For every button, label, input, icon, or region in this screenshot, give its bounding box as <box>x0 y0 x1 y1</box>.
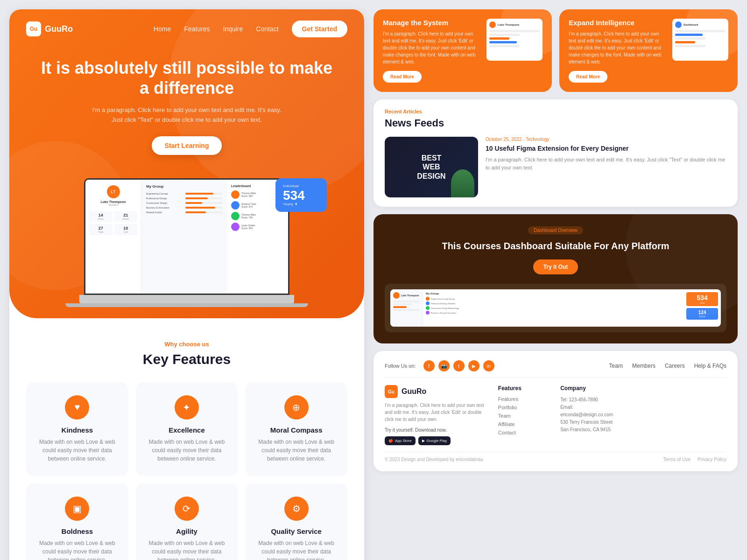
footer-link-help[interactable]: Help & FAQs <box>694 363 726 369</box>
feature-card-quality: ⚙ Quality Service Made with on web Love … <box>245 483 347 560</box>
nav-links: Home Features Inquire Contact <box>154 25 279 33</box>
manage-desc: I'm a paragraph. Click here to add your … <box>383 30 479 65</box>
hero-section: Gu GuuRo Home Features Inquire Contact G… <box>9 9 364 318</box>
footer-affiliate-link[interactable]: Affiliate <box>498 421 549 427</box>
footer-brand-name: GuuRo <box>402 387 426 396</box>
laptop-main-content: My Group Engineering Concept Professiona… <box>141 180 227 294</box>
footer-link-careers[interactable]: Careers <box>665 363 685 369</box>
follow-label: Follow Us on: <box>385 363 416 369</box>
features-eyebrow: Why choose us <box>26 341 347 348</box>
agility-icon: ⟳ <box>175 497 199 521</box>
features-section: Why choose us Key Features ♥ Kindness Ma… <box>9 318 364 560</box>
expand-text: Expand Intelligence I'm a paragraph. Cli… <box>569 19 665 83</box>
footer-contact-info: Tel: 123-456-7890 Email: ericonda@design… <box>560 396 613 434</box>
twitter-icon[interactable]: t <box>453 360 465 371</box>
news-date: October 25, 2022 - Technology <box>486 137 726 142</box>
start-learning-button[interactable]: Start Learning <box>152 136 222 155</box>
dashboard-card: Dashboard Overview This Courses Dashboar… <box>374 214 738 343</box>
footer-try: Try it yourself. Download now. <box>385 427 487 433</box>
user-name: Luke Thompson <box>100 200 126 203</box>
feature-card-boldness: ▣ Boldness Made with on web Love & web c… <box>26 483 128 560</box>
right-panel: Manage the System I'm a paragraph. Click… <box>374 9 738 560</box>
google-play-button[interactable]: ▶ Google Play <box>418 436 451 445</box>
laptop-mockup: LT Luke Thompson Student 14Done 21Active… <box>65 178 308 318</box>
expand-mockup: Dashboard <box>672 19 728 61</box>
kindness-icon: ♥ <box>65 395 89 420</box>
expand-read-more-button[interactable]: Read More <box>569 71 607 83</box>
news-content: BESTWEBDESIGN October 25, 2022 - Technol… <box>385 137 726 197</box>
dbm-sidebar: Luke Thompson <box>390 289 423 327</box>
fc-number: 534 <box>283 189 319 202</box>
quality-icon: ⚙ <box>284 497 309 521</box>
feature-card-agility: ⟳ Agility Made with on web Love & web co… <box>136 483 238 560</box>
footer-logo-icon: Gu <box>385 385 398 398</box>
expand-desc: I'm a paragraph. Click here to add your … <box>569 30 665 65</box>
dashboard-eyebrow: Dashboard Overview <box>528 226 583 234</box>
terms-of-use-link[interactable]: Terms of Use <box>663 457 691 462</box>
footer-contact-link[interactable]: Contact <box>498 430 549 435</box>
dashboard-mockup: Luke Thompson My Group Engineering Conce… <box>385 284 726 332</box>
social-icons: f 📷 t ▶ in <box>423 360 494 371</box>
right-top-cards: Manage the System I'm a paragraph. Click… <box>374 9 738 92</box>
google-icon: ▶ <box>422 439 425 443</box>
expand-title: Expand Intelligence <box>569 19 665 27</box>
nav-inquire[interactable]: Inquire <box>223 25 243 33</box>
app-store-button[interactable]: 🍎 App Store <box>385 436 416 445</box>
footer-top-links: Team Members Careers Help & FAQs <box>609 363 726 369</box>
footer-legal: Terms of Use Privacy Policy <box>657 457 726 462</box>
manage-text: Manage the System I'm a paragraph. Click… <box>383 19 479 83</box>
footer-copyright: © 2023 Design and Developed by ericondab… <box>385 457 483 462</box>
moral-icon: ⊕ <box>284 395 309 420</box>
youtube-icon[interactable]: ▶ <box>468 360 479 371</box>
facebook-icon[interactable]: f <box>423 360 435 371</box>
news-body: I'm a paragraph. Click here to add your … <box>486 156 726 171</box>
manage-title: Manage the System <box>383 19 479 27</box>
footer-features-link[interactable]: Features <box>498 396 549 402</box>
footer-link-team[interactable]: Team <box>609 363 623 369</box>
fc-sub: Yearly ▼ <box>283 202 319 206</box>
news-image-text: BESTWEBDESIGN <box>417 154 445 181</box>
hero-subtitle: I'm a paragraph. Click here to add your … <box>89 105 285 125</box>
footer-team-link[interactable]: Team <box>498 413 549 419</box>
nav-features[interactable]: Features <box>184 25 210 33</box>
manage-card: Manage the System I'm a paragraph. Click… <box>374 9 552 92</box>
laptop-screen: LT Luke Thompson Student 14Done 21Active… <box>84 178 289 295</box>
manage-mockup: Luke Thompson <box>486 19 543 61</box>
boldness-icon: ▣ <box>65 497 89 521</box>
footer-portfolio-link[interactable]: Portfolio <box>498 405 549 410</box>
hero-title: It is absolutely still possible to make … <box>37 58 336 98</box>
news-image: BESTWEBDESIGN <box>385 137 478 197</box>
footer-link-members[interactable]: Members <box>632 363 655 369</box>
manage-read-more-button[interactable]: Read More <box>383 71 422 83</box>
hero-content: It is absolutely still possible to make … <box>9 49 364 155</box>
user-role: Student <box>108 203 118 206</box>
brand-name: GuuRo <box>45 24 73 34</box>
feature-card-kindness: ♥ Kindness Made with on web Love & web c… <box>26 382 128 476</box>
news-card: Recent Articles News Feeds BESTWEBDESIGN… <box>374 99 738 207</box>
footer-bottom: © 2023 Design and Developed by ericondab… <box>385 452 726 462</box>
footer-about: I'm a paragraph. Click here to add your … <box>385 402 487 423</box>
nav-contact[interactable]: Contact <box>256 25 278 33</box>
linkedin-icon[interactable]: in <box>483 360 494 371</box>
stats-floating-card: Individual 534 Yearly ▼ <box>275 178 327 212</box>
footer-logo-section: Gu GuuRo I'm a paragraph. Click here to … <box>385 385 487 445</box>
excellence-icon: ✦ <box>175 395 199 420</box>
news-eyebrow: Recent Articles <box>385 109 726 114</box>
try-it-out-button[interactable]: Try it Out <box>533 259 578 274</box>
nav-home[interactable]: Home <box>154 25 171 33</box>
logo-icon: Gu <box>26 21 41 36</box>
instagram-icon[interactable]: 📷 <box>438 360 450 371</box>
features-title: Key Features <box>26 351 347 367</box>
left-panel: Gu GuuRo Home Features Inquire Contact G… <box>9 9 364 560</box>
user-avatar: LT <box>107 185 120 198</box>
privacy-policy-link[interactable]: Privacy Policy <box>698 457 726 462</box>
app-buttons: 🍎 App Store ▶ Google Play <box>385 436 487 445</box>
nav-cta-button[interactable]: Get Started <box>292 21 347 37</box>
footer-main: Gu GuuRo I'm a paragraph. Click here to … <box>385 385 726 445</box>
feature-card-moral: ⊕ Moral Compass Made with on web Love & … <box>245 382 347 476</box>
laptop-sidebar: LT Luke Thompson Student 14Done 21Active… <box>85 180 141 294</box>
dbm-main: My Group Engineering Concept Design Prof… <box>423 289 684 327</box>
fc-label: Individual <box>283 184 319 188</box>
dbm-right: 534 Total 124 Active <box>684 289 721 327</box>
feature-card-excellence: ✦ Excellence Made with on web Love & web… <box>136 382 238 476</box>
